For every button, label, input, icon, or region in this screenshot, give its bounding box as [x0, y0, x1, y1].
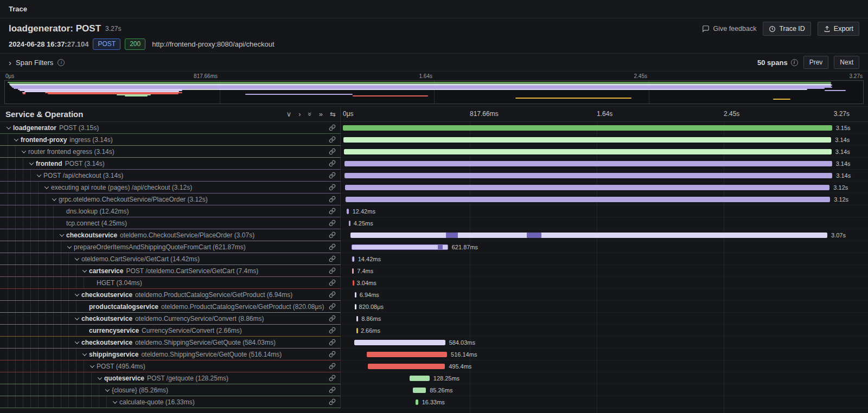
span-duration-bar[interactable] — [344, 149, 832, 154]
expand-chevron-icon[interactable] — [42, 186, 51, 189]
span-row[interactable]: cartservice POST /oteldemo.CartService/G… — [0, 265, 868, 277]
span-duration-bar[interactable] — [343, 137, 831, 143]
span-link-icon[interactable] — [327, 148, 340, 155]
span-link-icon[interactable] — [327, 208, 340, 215]
span-link-icon[interactable] — [327, 339, 340, 346]
span-link-icon[interactable] — [327, 124, 340, 131]
span-name-cell[interactable]: cartservice POST /oteldemo.CartService/G… — [0, 265, 341, 277]
expand-all-icon[interactable]: » — [319, 111, 323, 118]
span-row[interactable]: shippingservice oteldemo.ShippingService… — [0, 349, 868, 360]
expand-chevron-icon[interactable] — [80, 269, 89, 273]
span-row[interactable]: grpc.oteldemo.CheckoutService/PlaceOrder… — [0, 193, 868, 205]
span-name-cell[interactable]: grpc.oteldemo.CheckoutService/PlaceOrder… — [0, 193, 341, 205]
span-duration-bar[interactable] — [345, 185, 829, 190]
span-row[interactable]: prepareOrderItemsAndShippingQuoteFromCar… — [0, 241, 868, 253]
span-bar-cell[interactable]: 128.25ms — [341, 372, 868, 384]
span-name-cell[interactable]: POST (495.4ms) — [0, 360, 341, 372]
span-bar-cell[interactable]: 621.87ms — [341, 241, 868, 253]
span-bar-cell[interactable]: 12.42ms — [341, 205, 868, 217]
expand-chevron-icon[interactable] — [50, 198, 59, 201]
span-link-icon[interactable] — [327, 243, 340, 250]
span-link-icon[interactable] — [327, 279, 340, 286]
span-bar-cell[interactable]: 7.4ms — [341, 265, 868, 277]
span-bar-cell[interactable]: 820.08μs — [341, 301, 868, 313]
span-name-cell[interactable]: quoteservice POST /getquote (128.25ms) — [0, 372, 341, 384]
span-bar-cell[interactable]: 3.14s — [341, 158, 868, 170]
span-bar-cell[interactable]: 495.4ms — [341, 360, 868, 372]
span-link-icon[interactable] — [327, 363, 340, 370]
span-row[interactable]: checkoutservice oteldemo.ProductCatalogS… — [0, 289, 868, 301]
span-row[interactable]: currencyservice CurrencyService/Convert … — [0, 325, 868, 337]
collapse-one-icon[interactable]: ∨ — [286, 111, 292, 118]
span-name-cell[interactable]: oteldemo.CartService/GetCart (14.42ms) — [0, 253, 341, 265]
span-link-icon[interactable] — [327, 291, 340, 298]
span-name-cell[interactable]: loadgenerator POST (3.15s) — [0, 122, 341, 134]
span-row[interactable]: frontend POST (3.14s) 3.14s — [0, 158, 868, 170]
span-bar-cell[interactable]: 3.12s — [341, 193, 868, 205]
give-feedback-link[interactable]: Give feedback — [702, 25, 756, 33]
span-name-cell[interactable]: checkoutservice oteldemo.ShippingService… — [0, 337, 341, 349]
span-bar-cell[interactable]: 3.07s — [341, 229, 868, 241]
span-link-icon[interactable] — [327, 327, 340, 334]
span-link-icon[interactable] — [327, 398, 340, 405]
span-bar-cell[interactable]: 85.26ms — [341, 384, 868, 396]
span-name-cell[interactable]: {closure} (85.26ms) — [0, 384, 341, 396]
span-row[interactable]: quoteservice POST /getquote (128.25ms) 1… — [0, 372, 868, 384]
span-duration-bar[interactable] — [352, 256, 354, 262]
span-link-icon[interactable] — [327, 160, 340, 167]
span-name-cell[interactable]: executing api route (pages) /api/checkou… — [0, 182, 341, 193]
span-link-icon[interactable] — [327, 196, 340, 203]
span-name-cell[interactable]: calculate-quote (16.33ms) — [0, 396, 341, 408]
span-row[interactable]: tcp.connect (4.25ms) 4.25ms — [0, 217, 868, 229]
span-link-icon[interactable] — [327, 267, 340, 274]
span-name-cell[interactable]: checkoutservice oteldemo.CurrencyService… — [0, 313, 341, 325]
span-duration-bar[interactable] — [355, 292, 356, 298]
expand-one-icon[interactable]: › — [298, 111, 301, 118]
span-row[interactable]: frontend-proxy ingress (3.14s) 3.14s — [0, 134, 868, 146]
span-bar-cell[interactable]: 3.14s — [341, 146, 868, 158]
span-bar-cell[interactable]: 3.04ms — [341, 277, 868, 289]
span-name-cell[interactable]: frontend POST (3.14s) — [0, 158, 341, 170]
span-bar-cell[interactable]: 6.94ms — [341, 289, 868, 301]
span-link-icon[interactable] — [327, 315, 340, 322]
span-name-cell[interactable]: dns.lookup (12.42ms) — [0, 205, 341, 217]
span-duration-bar[interactable] — [367, 352, 447, 357]
collapse-all-icon[interactable]: » — [307, 112, 314, 116]
span-link-icon[interactable] — [327, 172, 340, 179]
span-duration-bar[interactable] — [346, 197, 830, 202]
expand-chevron-icon[interactable] — [103, 389, 112, 392]
span-link-icon[interactable] — [327, 303, 340, 310]
span-link-icon[interactable] — [327, 351, 340, 358]
span-row[interactable]: calculate-quote (16.33ms) 16.33ms — [0, 396, 868, 408]
span-duration-bar[interactable] — [350, 233, 827, 238]
expand-chevron-icon[interactable] — [12, 138, 21, 141]
span-row[interactable]: {closure} (85.26ms) 85.26ms — [0, 384, 868, 396]
span-bar-cell[interactable]: 8.86ms — [341, 313, 868, 325]
span-duration-bar[interactable] — [343, 125, 832, 131]
span-bar-cell[interactable]: 4.25ms — [341, 217, 868, 229]
prev-button[interactable]: Prev — [803, 56, 829, 69]
span-row[interactable]: HGET (3.04ms) 3.04ms — [0, 277, 868, 289]
span-link-icon[interactable] — [327, 255, 340, 262]
span-duration-bar[interactable] — [352, 268, 354, 274]
span-duration-bar[interactable] — [354, 340, 445, 345]
span-bar-cell[interactable]: 16.33ms — [341, 396, 868, 408]
expand-chevron-icon[interactable] — [73, 293, 81, 296]
span-bar-cell[interactable]: 2.66ms — [341, 325, 868, 337]
expand-chevron-icon[interactable] — [58, 234, 66, 237]
span-bar-cell[interactable]: 3.14s — [341, 134, 868, 146]
span-bar-cell[interactable]: 516.14ms — [341, 349, 868, 360]
span-row[interactable]: checkoutservice oteldemo.CurrencyService… — [0, 313, 868, 325]
span-duration-bar[interactable] — [355, 304, 356, 309]
span-duration-bar[interactable] — [368, 364, 445, 369]
span-row[interactable]: checkoutservice oteldemo.ShippingService… — [0, 337, 868, 349]
span-row[interactable]: executing api route (pages) /api/checkou… — [0, 182, 868, 193]
span-duration-bar[interactable] — [344, 161, 832, 166]
expand-chevron-icon[interactable] — [73, 341, 81, 344]
span-bar-cell[interactable]: 14.42ms — [341, 253, 868, 265]
span-link-icon[interactable] — [327, 184, 340, 191]
trace-id-button[interactable]: Trace ID — [763, 22, 810, 36]
span-duration-bar[interactable] — [353, 280, 354, 286]
span-duration-bar[interactable] — [352, 244, 448, 250]
expand-chevron-icon[interactable] — [35, 174, 43, 177]
